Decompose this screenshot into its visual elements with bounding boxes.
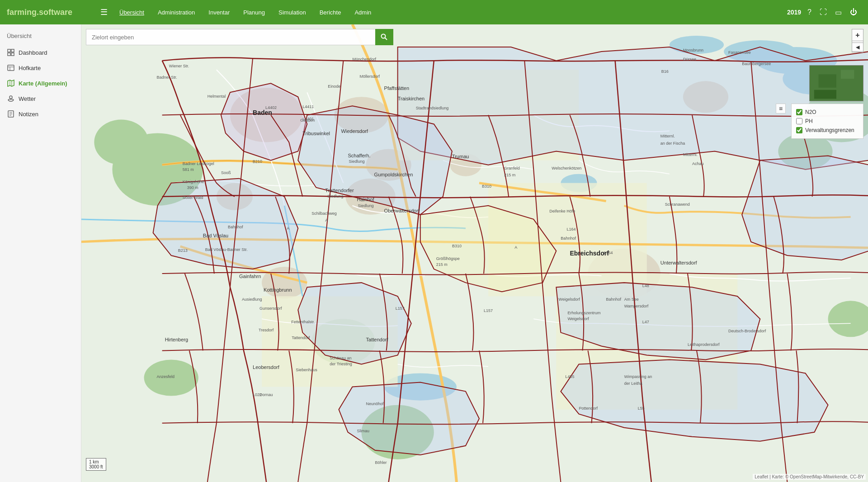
- svg-rect-4: [8, 65, 14, 71]
- svg-text:L4402: L4402: [265, 105, 277, 110]
- svg-text:Fasanensee: Fasanensee: [728, 50, 751, 55]
- legend-item-verwaltungsgrenzen: Verwaltungsgrenzen: [796, 126, 859, 135]
- svg-text:Wiener Str.: Wiener Str.: [169, 64, 189, 68]
- svg-text:L55: L55: [638, 406, 645, 411]
- svg-text:Ausiedlung: Ausiedlung: [242, 297, 262, 302]
- svg-text:Möllersdorf: Möllersdorf: [359, 74, 380, 79]
- svg-text:Badner Str.: Badner Str.: [157, 75, 177, 80]
- svg-text:Slimau: Slimau: [357, 429, 369, 433]
- year-display: 2019: [787, 9, 801, 16]
- nav-item-berichte[interactable]: Berichte: [313, 6, 348, 19]
- svg-text:Badner Lindkogel: Badner Lindkogel: [183, 161, 214, 166]
- svg-text:390 m: 390 m: [187, 185, 198, 190]
- svg-text:Anzesfeld: Anzesfeld: [157, 374, 175, 379]
- svg-text:L47: L47: [642, 320, 649, 324]
- thumbnail-image: [810, 66, 863, 101]
- svg-text:L455: L455: [565, 374, 574, 379]
- svg-text:Siedlung: Siedlung: [349, 159, 364, 164]
- sidebar: Übersicht Dashboard Hofkarte Karte (Allg…: [0, 24, 81, 482]
- svg-text:Bahnhof: Bahnhof: [228, 225, 243, 229]
- svg-text:Söller Wald: Söller Wald: [183, 195, 203, 200]
- svg-text:Helmental: Helmental: [208, 94, 226, 99]
- nav-item-inventar[interactable]: Inventar: [202, 6, 236, 19]
- karte-icon: [7, 79, 15, 87]
- svg-text:Leithaprodersdorf: Leithaprodersdorf: [688, 342, 720, 347]
- sidebar-title: Übersicht: [0, 29, 81, 45]
- hamburger-menu-icon[interactable]: ☰: [95, 7, 113, 17]
- sidebar-item-dashboard[interactable]: Dashboard: [0, 45, 81, 60]
- sidebar-item-notizen[interactable]: Notizen: [0, 106, 81, 122]
- svg-text:Wiedersdorf: Wiedersdorf: [341, 128, 368, 134]
- svg-text:Hirtenberg: Hirtenberg: [165, 337, 188, 342]
- power-icon[interactable]: ⏻: [848, 6, 859, 18]
- map-search-bar: [86, 29, 393, 45]
- svg-text:Schönau an: Schönau an: [330, 356, 351, 360]
- ph-checkbox[interactable]: [796, 118, 802, 124]
- svg-text:Traiskirchen: Traiskirchen: [398, 96, 425, 101]
- nav-item-ubersicht[interactable]: Übersicht: [113, 6, 151, 19]
- wetter-icon: [7, 95, 15, 103]
- n2o-checkbox[interactable]: [796, 109, 802, 115]
- sidebar-item-notizen-label: Notizen: [19, 111, 38, 118]
- nav-item-planung[interactable]: Planung: [237, 6, 271, 19]
- nav-item-simulation[interactable]: Simulation: [272, 6, 312, 19]
- svg-text:Mitternl.: Mitternl.: [660, 134, 675, 138]
- window-icon[interactable]: ▭: [833, 6, 844, 19]
- svg-text:Einode: Einode: [328, 84, 340, 89]
- verwaltungsgrenzen-checkbox[interactable]: [796, 127, 802, 133]
- sidebar-item-karte[interactable]: Karte (Allgemein): [0, 76, 81, 91]
- svg-text:Stadtrandsiedlung: Stadtrandsiedlung: [416, 106, 449, 110]
- svg-text:Deifenke Höfe: Deifenke Höfe: [549, 209, 575, 213]
- svg-marker-50: [742, 156, 868, 260]
- search-button[interactable]: [375, 29, 393, 45]
- svg-rect-3: [11, 53, 14, 56]
- map-thumbnail: [809, 65, 863, 101]
- svg-text:Tresdorf: Tresdorf: [259, 328, 274, 332]
- svg-text:Größlhögspe: Größlhögspe: [436, 256, 460, 261]
- help-icon[interactable]: ?: [806, 6, 813, 18]
- svg-rect-2: [8, 53, 10, 56]
- svg-text:Oberwaltersdorf: Oberwaltersdorf: [384, 208, 420, 213]
- ph-label: PH: [805, 118, 813, 124]
- legend-panel: N2O PH Verwaltungsgrenzen: [791, 104, 863, 139]
- svg-marker-7: [8, 80, 14, 86]
- svg-text:Fettenthalstr.: Fettenthalstr.: [291, 320, 315, 324]
- map-area[interactable]: Baden Ebreichsdorf Unterwaltersdorf Trum…: [81, 24, 868, 482]
- svg-text:Gainfahrn: Gainfahrn: [239, 274, 261, 279]
- zoom-in-button[interactable]: +: [852, 29, 863, 41]
- svg-text:Tattendorf: Tattendorf: [292, 336, 310, 340]
- nav-item-administration[interactable]: Administration: [151, 6, 201, 19]
- svg-text:Am See: Am See: [624, 297, 639, 302]
- brand-logo[interactable]: farming.software: [5, 8, 95, 17]
- svg-text:der Triesting: der Triesting: [330, 362, 352, 366]
- sidebar-item-hofkarte[interactable]: Hofkarte: [0, 60, 81, 76]
- svg-text:Münchendorf: Münchendorf: [352, 57, 376, 61]
- collapse-left-button[interactable]: ◀: [852, 43, 863, 52]
- svg-text:Mitternl.: Mitternl.: [683, 152, 698, 157]
- svg-rect-0: [8, 49, 10, 52]
- svg-text:Weigelsdorf: Weigelsdorf: [567, 317, 589, 321]
- svg-text:Erholungszentrum: Erholungszentrum: [567, 311, 600, 315]
- map-collapse-control: ◀: [852, 43, 863, 52]
- svg-line-153: [385, 38, 387, 40]
- sidebar-item-wetter[interactable]: Wetter: [0, 91, 81, 106]
- svg-text:Leobersdorf: Leobersdorf: [253, 364, 280, 370]
- sidebar-item-karte-label: Karte (Allgemein): [19, 80, 67, 87]
- svg-text:Dürsee: Dürsee: [683, 57, 696, 61]
- n2o-label: N2O: [805, 109, 816, 115]
- svg-text:L157: L157: [484, 308, 493, 313]
- verwaltungsgrenzen-label: Verwaltungsgrenzen: [805, 127, 854, 133]
- svg-point-10: [9, 96, 12, 99]
- scale-km: 1 km: [89, 459, 103, 464]
- svg-text:der Leitha: der Leitha: [624, 381, 642, 386]
- search-input[interactable]: [86, 29, 375, 45]
- legend-expand-button[interactable]: ≡: [776, 104, 786, 113]
- svg-text:B310: B310: [482, 184, 491, 189]
- nav-item-admin[interactable]: Admin: [348, 6, 377, 19]
- svg-rect-1: [11, 49, 14, 52]
- svg-text:Bad Vöslau-Badner Str.: Bad Vöslau-Badner Str.: [205, 247, 248, 252]
- fullscreen-icon[interactable]: ⛶: [818, 6, 829, 18]
- svg-text:Siebenhaus: Siebenhaus: [296, 368, 317, 372]
- svg-text:Baumbergersee: Baumbergersee: [742, 61, 771, 66]
- map-canvas[interactable]: Baden Ebreichsdorf Unterwaltersdorf Trum…: [81, 24, 868, 482]
